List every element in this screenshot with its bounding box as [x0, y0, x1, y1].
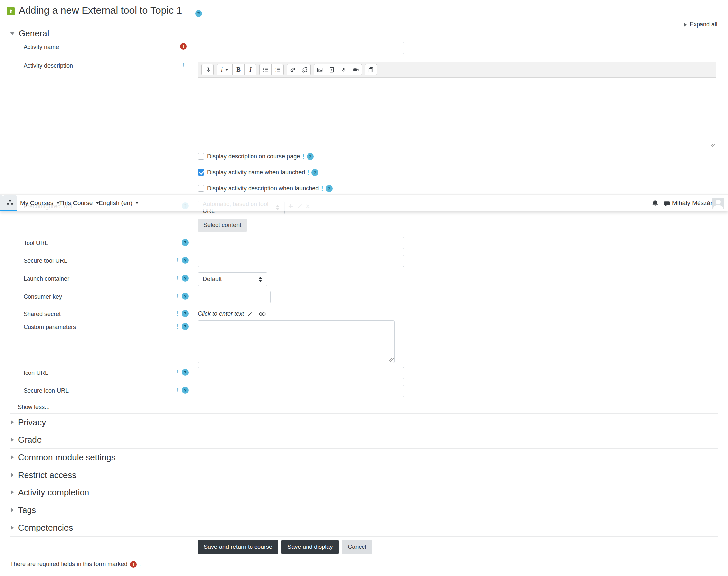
messages-icon[interactable] [663, 200, 671, 209]
shared-secret-label: Shared secret [24, 311, 61, 317]
editor-record-video-button[interactable] [350, 64, 362, 75]
editor-ordered-list-button[interactable]: 123 [271, 64, 284, 75]
general-collapse-icon[interactable] [10, 32, 14, 35]
page-title-help-icon[interactable]: ? [195, 10, 202, 17]
help-icon[interactable]: ? [307, 153, 314, 160]
consumer-key-label: Consumer key [24, 293, 62, 300]
help-icon[interactable]: ? [326, 185, 333, 192]
display-activity-name-label[interactable]: Display activity name when launched [207, 169, 305, 176]
editor-unordered-list-button[interactable] [259, 64, 272, 75]
editor-paragraph-styles-button[interactable]: i [217, 64, 233, 75]
collapsed-caret-icon [10, 508, 13, 512]
record-audio-icon [341, 67, 347, 73]
ordered-list-icon: 123 [275, 67, 281, 73]
collapsed-sections: Privacy Grade Common module settings Res… [10, 413, 718, 537]
tool-url-label: Tool URL [24, 240, 48, 247]
editor-insert-media-button[interactable] [326, 64, 338, 75]
section-activity-completion[interactable]: Activity completion [10, 484, 718, 501]
notifications-bell-icon[interactable] [651, 200, 659, 208]
collapsed-caret-icon [10, 525, 13, 530]
help-icon[interactable]: ? [182, 387, 188, 394]
sitemap-icon [7, 199, 13, 206]
record-video-icon [353, 67, 359, 73]
consumer-key-input[interactable] [198, 291, 271, 303]
required-fields-note: There are required fields in this form m… [10, 561, 141, 568]
help-icon[interactable]: ? [182, 293, 188, 299]
nav-this-course[interactable]: This Course [59, 200, 99, 207]
editor-content-area[interactable] [198, 78, 717, 148]
section-common-module-settings[interactable]: Common module settings [10, 449, 718, 466]
user-avatar[interactable] [712, 198, 724, 209]
help-icon[interactable]: ? [182, 239, 188, 246]
editor-insert-image-button[interactable] [314, 64, 326, 75]
editor-collapse-toolbar-button[interactable] [201, 64, 214, 75]
icon-url-input[interactable] [198, 367, 404, 379]
nav-language-menu[interactable]: English (en) [99, 200, 139, 207]
launch-container-select[interactable]: Default [198, 272, 267, 286]
custom-parameters-textarea[interactable] [198, 320, 395, 363]
advanced-field-icon: ! [302, 153, 304, 160]
nav-partial-tab[interactable] [0, 195, 3, 211]
editor-unlink-button[interactable] [298, 64, 311, 75]
collapsed-caret-icon [10, 420, 13, 425]
help-icon[interactable]: ? [182, 323, 188, 330]
insert-image-icon [317, 67, 323, 73]
activity-name-input[interactable] [198, 42, 404, 54]
help-icon[interactable]: ? [182, 310, 188, 317]
display-activity-name-checkbox[interactable] [198, 169, 204, 176]
general-heading[interactable]: General [19, 29, 49, 39]
help-icon[interactable]: ? [182, 257, 188, 264]
editor-italic-button[interactable]: I [244, 64, 257, 75]
help-icon[interactable]: ? [312, 169, 318, 176]
section-competencies[interactable]: Competencies [10, 519, 718, 537]
tool-url-input[interactable] [198, 237, 404, 249]
svg-text:3: 3 [275, 70, 276, 72]
expand-all-label: Expand all [690, 21, 718, 28]
italic-icon: I [249, 66, 251, 73]
editor-record-audio-button[interactable] [338, 64, 350, 75]
link-icon [290, 67, 296, 73]
display-activity-description-label[interactable]: Display activity description when launch… [207, 185, 319, 192]
secure-icon-url-input[interactable] [198, 385, 404, 397]
show-secret-eye-icon[interactable] [259, 311, 266, 317]
section-privacy[interactable]: Privacy [10, 413, 718, 431]
page: Adding a new External tool to Topic 1 ? … [0, 0, 728, 576]
advanced-field-icon: ! [177, 387, 179, 394]
custom-parameters-label: Custom parameters [24, 324, 76, 331]
editor-resize-handle[interactable] [711, 143, 716, 147]
section-restrict-access[interactable]: Restrict access [10, 466, 718, 484]
shared-secret-value[interactable]: Click to enter text [198, 310, 244, 317]
external-tool-icon [7, 7, 15, 15]
cancel-button[interactable]: Cancel [342, 540, 372, 554]
collapsed-caret-icon [10, 472, 13, 477]
section-grade[interactable]: Grade [10, 431, 718, 449]
display-description-checkbox[interactable] [198, 153, 204, 160]
help-icon[interactable]: ? [182, 369, 188, 376]
secure-icon-url-label: Secure icon URL [24, 387, 68, 394]
launch-container-label: Launch container [24, 276, 69, 282]
activity-name-label: Activity name [24, 44, 59, 51]
edit-pencil-icon[interactable] [247, 311, 253, 317]
advanced-field-icon: ! [307, 169, 309, 176]
textarea-resize-handle[interactable] [389, 357, 394, 362]
expand-all-link[interactable]: Expand all [683, 21, 718, 28]
collapsed-caret-icon [10, 455, 13, 460]
display-description-label[interactable]: Display description on course page [207, 153, 300, 160]
show-less-link[interactable]: Show less... [18, 404, 50, 411]
section-tags[interactable]: Tags [10, 501, 718, 519]
help-icon[interactable]: ? [182, 275, 188, 282]
save-and-display-button[interactable]: Save and display [281, 540, 339, 554]
save-and-return-button[interactable]: Save and return to course [198, 540, 278, 554]
site-navigation-button[interactable] [3, 195, 17, 211]
editor-bold-button[interactable]: B [232, 64, 244, 75]
secure-tool-url-input[interactable] [198, 255, 404, 267]
navbar: My Courses This Course English (en) Mihá… [0, 194, 728, 211]
display-activity-description-checkbox[interactable] [198, 185, 204, 192]
editor-link-button[interactable] [287, 64, 299, 75]
nav-my-courses[interactable]: My Courses [20, 200, 60, 207]
unlink-icon [301, 67, 308, 73]
required-icon: ! [180, 43, 186, 50]
avatar-silhouette [716, 200, 721, 204]
select-content-button[interactable]: Select content [198, 219, 247, 232]
editor-manage-files-button[interactable] [365, 64, 377, 75]
